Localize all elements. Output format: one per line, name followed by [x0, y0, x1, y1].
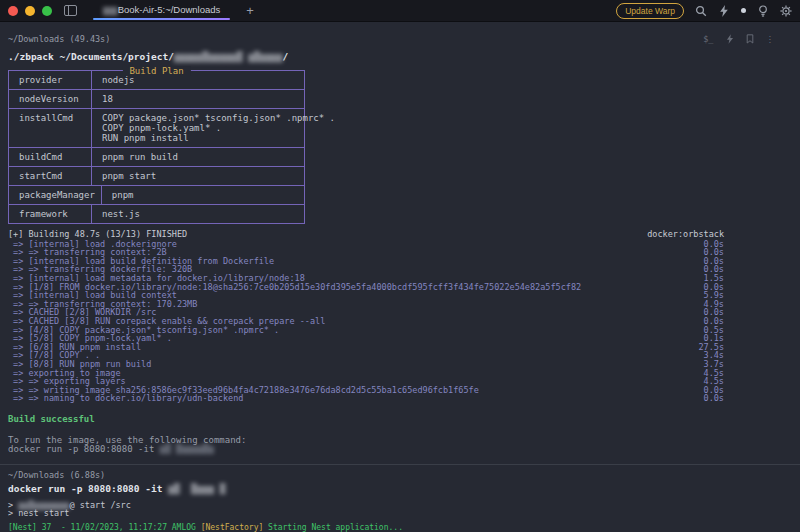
- lightbulb-icon[interactable]: [757, 5, 769, 17]
- sidebar-toggle-icon[interactable]: [64, 5, 77, 16]
- run-command-redacted: ▆█ █▆▆▆▆█▆: [160, 444, 214, 454]
- command-block-docker-run: ~/Downloads (6.88s) docker run -p 8080:8…: [0, 465, 800, 532]
- docker-builder-name: docker:orbstack: [647, 230, 724, 239]
- command-redacted: ▆█ █▆▆▆ █: [168, 483, 225, 494]
- command-redacted: ▆▆▆▆▆█▆▆▆▆▆█ ▆█▆▆▆▆: [174, 51, 283, 62]
- minimize-window-button[interactable]: [25, 6, 35, 16]
- titlebar: ▆▆Book-Air-5:~/Downloads + Update Warp: [0, 0, 800, 22]
- lightning-small-icon[interactable]: [726, 29, 734, 48]
- nest-log-line: [Nest] 37 - 11/02/2023, 11:17:27 AM LOG …: [8, 524, 792, 532]
- terminal-tab[interactable]: ▆▆Book-Air-5:~/Downloads: [93, 1, 230, 20]
- command-zbpack[interactable]: ./zbpack ~/Documents/project/▆▆▆▆▆█▆▆▆▆▆…: [8, 51, 792, 62]
- suggested-run-command: docker run -p 8080:8080 -it ▆█ █▆▆▆▆█▆: [8, 445, 792, 455]
- log-timestamp: [Nest] 37 - 11/02/2023, 11:17:27 AM: [8, 524, 181, 532]
- build-plan-key: buildCmd: [9, 148, 91, 166]
- build-plan-value: pnpm start: [91, 167, 304, 185]
- build-plan-value: pnpm run build: [91, 148, 304, 166]
- npm-script-line: > ▆▆█▆▆▆▆▆▆▆@ start /src: [8, 501, 792, 510]
- prompt-context: ~/Downloads (49.43s): [8, 34, 110, 44]
- gear-icon[interactable]: [780, 5, 792, 17]
- traffic-lights: [8, 6, 52, 16]
- build-successful-message: Build successful: [8, 414, 792, 424]
- terminal-content: ~/Downloads (49.43s) $_ ⋮ ./zbpack ~/Doc…: [0, 22, 800, 532]
- search-icon[interactable]: [695, 5, 707, 17]
- build-plan-key: framework: [9, 205, 91, 223]
- active-tab-indicator: [93, 18, 230, 20]
- notification-dot-icon: [741, 8, 746, 13]
- zoom-window-button[interactable]: [42, 6, 52, 16]
- build-plan-key: startCmd: [9, 167, 91, 185]
- log-context-tag: [NestFactory]: [201, 524, 268, 532]
- kebab-menu-icon[interactable]: ⋮: [766, 34, 775, 44]
- nest-logs: [Nest] 37 - 11/02/2023, 11:17:27 AM LOG …: [8, 524, 792, 532]
- nest-start-line: > nest start: [8, 509, 792, 518]
- build-plan-row: nodeVersion 18: [9, 90, 304, 109]
- docker-build-line: => [6/8] RUN pnpm install 27.5s: [8, 343, 724, 352]
- build-plan-row: installCmd COPY package.json* tsconfig.j…: [9, 109, 304, 148]
- command-docker-run[interactable]: docker run -p 8080:8080 -it ▆█ █▆▆▆ █: [8, 483, 792, 494]
- build-plan-key: packageManager: [9, 186, 101, 204]
- docker-step-text: => => naming to docker.io/library/udn-ba…: [8, 394, 243, 403]
- build-plan-key: provider: [9, 71, 91, 89]
- build-plan-value: COPY package.json* tsconfig.json* .npmrc…: [91, 109, 341, 147]
- close-window-button[interactable]: [8, 6, 18, 16]
- build-plan-title: Build Plan: [122, 66, 190, 76]
- log-level: LOG: [181, 524, 200, 532]
- build-plan-row: packageManager pnpm: [9, 186, 304, 205]
- build-plan-table: Build Plan provider nodejs nodeVersion 1…: [8, 70, 305, 224]
- docker-build-line: => => naming to docker.io/library/udn-ba…: [8, 394, 724, 403]
- block-actions: $_ ⋮: [703, 29, 774, 48]
- build-plan-value: pnpm: [101, 186, 304, 204]
- build-plan-key: nodeVersion: [9, 90, 91, 108]
- build-plan-value: 18: [91, 90, 304, 108]
- docker-build-header: [+] Building 48.7s (13/13) FINISHED: [8, 230, 187, 239]
- bookmark-icon[interactable]: [746, 29, 754, 48]
- update-warp-button[interactable]: Update Warp: [616, 3, 684, 19]
- build-plan-row: startCmd pnpm start: [9, 167, 304, 186]
- log-message: Starting Nest application...: [268, 524, 403, 532]
- docker-build-log: [+] Building 48.7s (13/13) FINISHED dock…: [8, 230, 724, 403]
- build-plan-key: installCmd: [9, 109, 91, 147]
- prompt-terminal-icon[interactable]: $_: [703, 34, 713, 44]
- new-tab-button[interactable]: +: [246, 3, 254, 18]
- docker-step-time: 0.0s: [698, 394, 724, 403]
- lightning-icon[interactable]: [718, 5, 730, 17]
- warp-terminal-window: ▆▆Book-Air-5:~/Downloads + Update Warp: [0, 0, 800, 532]
- command-block-zbpack: ~/Downloads (49.43s) $_ ⋮ ./zbpack ~/Doc…: [0, 22, 800, 455]
- build-plan-row: framework nest.js: [9, 205, 304, 223]
- docker-build-lines: => [internal] load .dockerignore 0.0s =>…: [8, 240, 724, 403]
- prompt-context: ~/Downloads (6.88s): [8, 470, 105, 480]
- package-name-redacted: ▆▆█▆▆▆▆▆▆▆: [18, 500, 69, 510]
- tab-title-redacted: ▆▆: [103, 4, 118, 15]
- build-plan-value: nest.js: [91, 205, 304, 223]
- build-plan-row: buildCmd pnpm run build: [9, 148, 304, 167]
- tab-title: ▆▆Book-Air-5:~/Downloads: [93, 1, 230, 18]
